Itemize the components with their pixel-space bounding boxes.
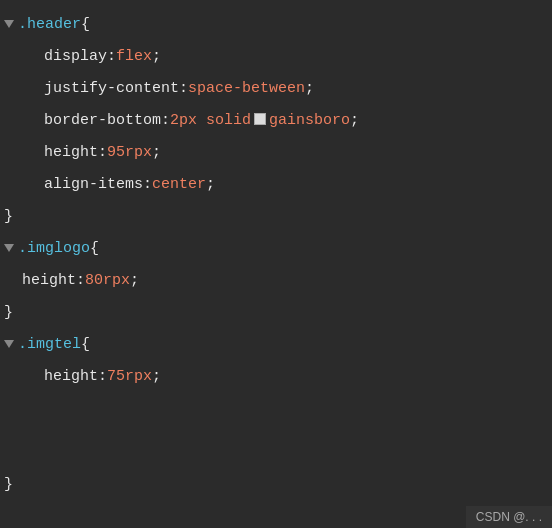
code-selector: .imgtel bbox=[18, 336, 81, 353]
code-brace: { bbox=[81, 16, 90, 33]
line-13: } bbox=[0, 468, 13, 500]
line-7: } bbox=[0, 200, 552, 232]
code-property: height bbox=[22, 272, 76, 289]
code-property: border-bottom bbox=[44, 112, 161, 129]
code-property: display bbox=[44, 48, 107, 65]
status-bar: CSDN @. . . bbox=[466, 506, 552, 528]
code-brace: { bbox=[81, 336, 90, 353]
code-brace: { bbox=[90, 240, 99, 257]
code-value: center bbox=[152, 176, 206, 193]
status-text: CSDN @. . . bbox=[476, 510, 542, 524]
code-property: justify-content bbox=[44, 80, 179, 97]
line-6: align-items: center; bbox=[0, 168, 552, 200]
code-brace: } bbox=[4, 304, 13, 321]
code-selector: .header bbox=[18, 16, 81, 33]
line-12: height: 75rpx; bbox=[0, 360, 552, 392]
fold-icon-8[interactable] bbox=[4, 244, 14, 252]
line-2: display: flex; bbox=[0, 40, 552, 72]
code-value: flex bbox=[116, 48, 152, 65]
code-value: 95rpx bbox=[107, 144, 152, 161]
code-value: space-between bbox=[188, 80, 305, 97]
code-brace: } bbox=[4, 208, 13, 225]
line-8: .imglogo { bbox=[0, 232, 552, 264]
code-property: height bbox=[44, 368, 98, 385]
code-value-color: gainsboro bbox=[269, 112, 350, 129]
code-editor: .header{ display: flex; justify-content:… bbox=[0, 0, 552, 528]
code-selector: .imglogo bbox=[18, 240, 90, 257]
line-1: .header{ bbox=[0, 8, 552, 40]
line-11: .imgtel{ bbox=[0, 328, 552, 360]
line-3: justify-content: space-between; bbox=[0, 72, 552, 104]
line-4: border-bottom: 2px solid gainsboro; bbox=[0, 104, 552, 136]
fold-icon-11[interactable] bbox=[4, 340, 14, 348]
code-value: 2px solid bbox=[170, 112, 251, 129]
code-value: 75rpx bbox=[107, 368, 152, 385]
line-10: } bbox=[0, 296, 552, 328]
code-property: height bbox=[44, 144, 98, 161]
code-property: align-items bbox=[44, 176, 143, 193]
line-9: height: 80rpx; bbox=[0, 264, 552, 296]
color-swatch bbox=[254, 113, 266, 125]
code-value: 80rpx bbox=[85, 272, 130, 289]
code-brace: } bbox=[4, 476, 13, 493]
line-5: height: 95rpx; bbox=[0, 136, 552, 168]
fold-icon-1[interactable] bbox=[4, 20, 14, 28]
